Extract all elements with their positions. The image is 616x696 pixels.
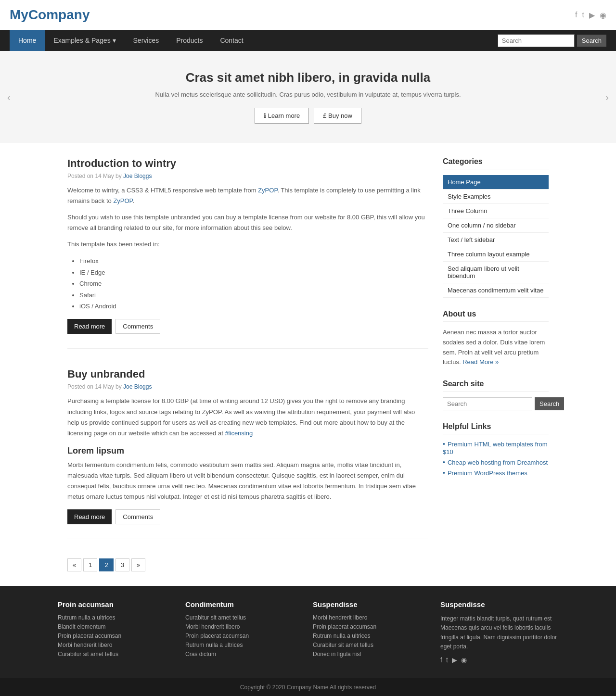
category-link-2[interactable]: Style Examples [443,190,549,203]
post-2-comments[interactable]: Comments [116,509,160,524]
footer-col-4: Suspendisse Integer mattis blandit turpi… [440,600,558,664]
nav-contact[interactable]: Contact [211,30,252,51]
category-link-5[interactable]: Text / left sidebar [443,233,549,247]
zypop-link-1[interactable]: ZyPOP [258,187,277,194]
list-item: Chrome [79,278,428,289]
page-2[interactable]: 2 [99,558,113,571]
footer-link[interactable]: Rutrum nulla a ultrices [58,614,115,621]
nav-search-button[interactable]: Search [577,35,606,47]
nav-home[interactable]: Home [10,30,45,51]
category-list: Home Page Style Examples Three Column On… [443,175,549,298]
footer-link[interactable]: Proin placerat accumsan [185,633,249,639]
page-3[interactable]: 3 [116,558,129,571]
sidebar-search-input[interactable] [443,397,532,410]
category-item-8: Maecenas condimentum velit vitae [443,283,549,298]
category-link-7[interactable]: Sed aliquam libero ut velit bibendum [443,262,549,283]
category-link-8[interactable]: Maecenas condimentum velit vitae [443,283,549,297]
social-icons: f t ▶ ◉ [575,11,606,20]
footer-col-3-item-2: Proin placerat accumsan [313,623,431,630]
page-prev[interactable]: « [67,558,81,571]
about-section: About us Aenean nec massa a tortor aucto… [443,310,549,367]
helpful-links-title: Helpful Links [443,422,549,434]
post-1-para-3: This template has been tested in: [67,239,428,250]
sidebar-search-button[interactable]: Search [535,397,564,410]
nav-search-form: Search [498,34,606,47]
zypop-link-2[interactable]: ZyPOP [113,197,132,204]
footer-link[interactable]: Rutrum nulla a ultrices [185,642,243,648]
learn-more-button[interactable]: ℹ Learn more [255,108,309,124]
categories-title: Categories [443,157,549,169]
footer-link[interactable]: Curabitur sit amet tellus [185,614,246,621]
footer-col-3-item-3: Rutrum nulla a ultrices [313,633,431,639]
navbar: Home Examples & Pages ▾ Services Product… [0,30,616,51]
nav-services[interactable]: Services [125,30,168,51]
youtube-icon[interactable]: ▶ [589,11,595,20]
footer-link[interactable]: Morbi hendrerit libero [313,614,367,621]
post-2-para-1: Purchasing a template license for 8.00 G… [67,396,428,438]
page-next[interactable]: » [131,558,145,571]
main-content: Introduction to wintry Posted on 14 May … [58,143,558,586]
post-2-author[interactable]: Joe Bloggs [123,383,152,390]
licensing-link[interactable]: #licensing [225,430,253,437]
instagram-icon[interactable]: ◉ [600,11,606,20]
category-link-3[interactable]: Three Column [443,204,549,218]
post-2-read-more[interactable]: Read more [67,509,112,524]
footer-link[interactable]: Donec in ligula nisl [313,651,361,658]
footer-youtube-icon[interactable]: ▶ [452,656,457,664]
post-1-author[interactable]: Joe Bloggs [123,173,152,179]
hero-next-arrow[interactable]: › [605,91,609,102]
search-site-section: Search site Search [443,380,549,410]
category-link-6[interactable]: Three column layout example [443,247,549,261]
footer-link[interactable]: Cras dictum [185,651,216,658]
buy-now-button[interactable]: £ Buy now [314,108,361,124]
category-item-4: One column / no sidebar [443,218,549,233]
footer-link[interactable]: Rutrum nulla a ultrices [313,633,370,639]
footer: Proin accumsan Rutrum nulla a ultrices B… [0,586,616,678]
footer-link[interactable]: Morbi hendrerit libero [185,623,240,630]
post-1-comments[interactable]: Comments [116,319,160,334]
footer-link[interactable]: Proin placerat accumsan [313,623,376,630]
footer-twitter-icon[interactable]: t [446,656,448,664]
footer-link[interactable]: Proin placerat accumsan [58,633,121,639]
footer-col-1-list: Rutrum nulla a ultrices Blandit elementu… [58,614,176,658]
footer-col-3-item-4: Curabitur sit amet tellus [313,642,431,648]
nav-examples[interactable]: Examples & Pages ▾ [45,30,124,51]
footer-col-3-title: Suspendisse [313,600,431,608]
post-1-meta: Posted on 14 May by Joe Bloggs [67,173,428,179]
helpful-link-2-anchor[interactable]: Cheap web hosting from Dreamhost [448,459,548,466]
helpful-link-1-anchor[interactable]: Premium HTML web templates from $10 [443,441,547,456]
post-2: Buy unbranded Posted on 14 May by Joe Bl… [67,368,428,539]
twitter-icon[interactable]: t [582,11,584,20]
footer-col-1-item-5: Curabitur sit amet tellus [58,651,176,658]
hero-content: Cras sit amet nibh libero, in gravida nu… [155,70,461,124]
search-site-form: Search [443,397,549,410]
sidebar: Categories Home Page Style Examples Thre… [443,157,549,571]
nav-search-input[interactable] [498,34,575,47]
footer-facebook-icon[interactable]: f [440,656,442,664]
nav-products[interactable]: Products [167,30,211,51]
facebook-icon[interactable]: f [575,11,577,20]
about-read-more[interactable]: Read More » [462,358,499,366]
category-link-4[interactable]: One column / no sidebar [443,218,549,232]
footer-social-icons: f t ▶ ◉ [440,656,558,664]
categories-section: Categories Home Page Style Examples Thre… [443,157,549,298]
list-item: Safari [79,290,428,301]
hero-subtitle: Nulla vel metus scelerisque ante sollici… [155,91,461,98]
footer-link[interactable]: Curabitur sit amet tellus [313,642,373,648]
page-1[interactable]: 1 [83,558,97,571]
footer-col-1-item-4: Morbi hendrerit libero [58,642,176,648]
category-item-5: Text / left sidebar [443,233,549,247]
footer-link[interactable]: Curabitur sit amet tellus [58,651,118,658]
footer-instagram-icon[interactable]: ◉ [461,656,467,664]
post-1-read-more[interactable]: Read more [67,319,112,334]
footer-link[interactable]: Morbi hendrerit libero [58,642,112,648]
helpful-links-section: Helpful Links Premium HTML web templates… [443,422,549,477]
footer-link[interactable]: Blandit elementum [58,623,105,630]
category-item-6: Three column layout example [443,247,549,262]
helpful-link-3-anchor[interactable]: Premium WordPress themes [448,469,527,477]
category-link-1[interactable]: Home Page [443,175,549,189]
hero-section: ‹ Cras sit amet nibh libero, in gravida … [0,51,616,143]
content-area: Introduction to wintry Posted on 14 May … [67,157,428,571]
footer-col-1-item-1: Rutrum nulla a ultrices [58,614,176,621]
hero-prev-arrow[interactable]: ‹ [7,91,11,102]
